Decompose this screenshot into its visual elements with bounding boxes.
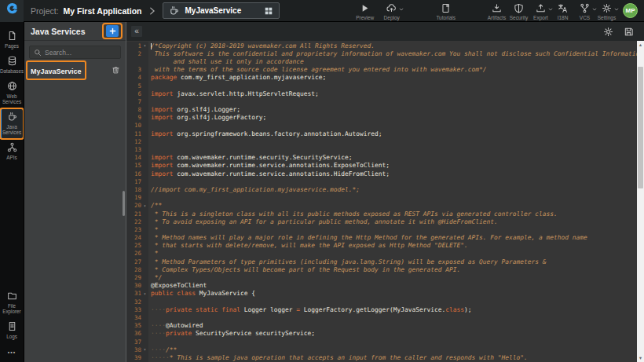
deploy-button[interactable]: Deploy <box>381 1 402 20</box>
avatar[interactable]: MP <box>623 3 638 18</box>
grid-icon[interactable] <box>264 6 273 16</box>
code-line[interactable]: 14import com.wavemaker.runtime.security.… <box>126 154 637 162</box>
code-line[interactable]: 26 * <box>126 250 637 258</box>
code-line[interactable]: 20▾/** <box>126 202 637 210</box>
list-item[interactable]: MyJavaService <box>24 62 126 78</box>
code-line[interactable]: 37 <box>126 338 637 346</box>
shield-icon <box>514 3 524 13</box>
code-line[interactable]: 29 */ <box>126 273 637 281</box>
code-area[interactable]: 1▾/*Copyright (c) 2018-2019 wavemaker.co… <box>126 41 637 362</box>
code-line[interactable]: 27 * Method Parameters of type primitive… <box>126 258 637 265</box>
editor-scrollbar[interactable]: ▲ ▼ <box>637 41 644 362</box>
sidebar-more-button[interactable]: ••• <box>0 343 24 362</box>
code-text: This software is the confidential and pr… <box>148 50 637 57</box>
translate-icon <box>558 3 568 13</box>
tutorials-button[interactable]: Tutorials <box>435 1 456 20</box>
code-line[interactable]: 1▾/*Copyright (c) 2018-2019 wavemaker.co… <box>126 42 637 49</box>
line-number: 20 <box>126 202 141 210</box>
scroll-down-icon[interactable]: ▼ <box>637 354 644 362</box>
project-name[interactable]: My First Application <box>64 6 142 16</box>
line-number: 35 <box>126 322 141 330</box>
code-line[interactable]: 13 <box>126 145 637 153</box>
code-line[interactable]: 6import javax.servlet.http.HttpServletRe… <box>126 90 637 97</box>
line-number: 18 <box>126 185 141 193</box>
tab-myjavaservice[interactable]: MyJavaService <box>163 2 280 19</box>
sidebar-item-logs[interactable]: Logs <box>0 318 24 343</box>
code-line[interactable]: 34 <box>126 313 637 321</box>
scroll-up-icon[interactable]: ▲ <box>637 41 644 49</box>
code-line[interactable]: 19 <box>126 194 637 202</box>
search-input[interactable] <box>45 49 116 57</box>
code-line[interactable]: 17 <box>126 177 637 185</box>
sidebar-item-web-services[interactable]: Web Services <box>0 78 24 108</box>
settings-button[interactable]: Settings <box>596 1 617 20</box>
fold-gutter <box>141 234 148 242</box>
scrollbar-thumb[interactable] <box>638 67 643 188</box>
artifacts-button[interactable]: Artifacts <box>486 1 507 20</box>
code-line[interactable]: 36····private SecurityService securitySe… <box>126 330 637 338</box>
code-line[interactable]: 24 * Method names will play a major role… <box>126 234 637 242</box>
code-line[interactable]: 2 This software is the confidential and … <box>126 49 637 57</box>
chevron-right-icon <box>148 6 156 16</box>
fold-gutter <box>141 250 148 258</box>
sidebar-item-pages[interactable]: Pages <box>0 27 24 53</box>
code-line[interactable]: 7 <box>126 97 637 105</box>
code-line[interactable]: 4package com.my_first_application.myjava… <box>126 74 637 82</box>
code-line[interactable]: 25 * that starts with delete/remove, wil… <box>126 242 637 250</box>
code-line[interactable]: 23 * <box>126 225 637 233</box>
sidebar-item-label: Web Services <box>0 93 24 104</box>
code-line[interactable]: 28 * Complex Types/Objects will become p… <box>126 265 637 273</box>
code-line[interactable]: 8import org.slf4j.Logger; <box>126 106 637 114</box>
vcs-button[interactable]: VCS <box>574 1 595 20</box>
fold-toggle-icon[interactable]: ▾ <box>141 346 148 353</box>
sidebar-item-databases[interactable]: Databases <box>0 53 24 78</box>
sidebar-item-java-services[interactable]: Java Services <box>0 108 24 139</box>
code-text: * that starts with delete/remove, will m… <box>148 242 468 249</box>
editor-settings-button[interactable] <box>603 27 613 37</box>
toolbar-right: ArtifactsSecurityExportI18NVCSSettings <box>486 1 617 20</box>
save-button[interactable] <box>624 27 634 37</box>
code-line[interactable]: 22 * To avoid exposing an API for a part… <box>126 218 637 225</box>
code-line[interactable]: 11import org.springframework.beans.facto… <box>126 130 637 137</box>
trash-icon[interactable] <box>112 65 120 75</box>
fold-gutter <box>141 265 148 273</box>
code-line[interactable]: 21 * This is a singleton class with all … <box>126 210 637 218</box>
collapse-panel-icon[interactable]: « <box>131 26 142 37</box>
code-text: ····private SecurityService securityServ… <box>148 330 315 337</box>
code-line[interactable]: 38▾····/** <box>126 346 637 353</box>
panel-scrollbar[interactable] <box>123 191 125 216</box>
fold-toggle-icon[interactable]: ▾ <box>141 202 148 210</box>
add-java-service-button[interactable] <box>106 25 119 37</box>
code-line[interactable]: 31▾public class MyJavaService { <box>126 290 637 298</box>
i18n-button[interactable]: I18N <box>552 1 573 20</box>
sidebar-item-apis[interactable]: APIs <box>0 139 24 164</box>
code-line[interactable]: 16import com.wavemaker.runtime.service.a… <box>126 170 637 177</box>
export-button[interactable]: Export <box>530 1 551 20</box>
code-line[interactable]: 33····private static final Logger logger… <box>126 305 637 313</box>
code-line[interactable]: 12 <box>126 137 637 145</box>
database-icon <box>7 56 17 67</box>
code-line[interactable]: 35····@Autowired <box>126 322 637 330</box>
code-line[interactable]: 3 with the terms of the source code lice… <box>126 66 637 74</box>
code-text: * This is a singleton class with all its… <box>148 210 558 218</box>
code-line[interactable]: 18//import com.my_first_application.myja… <box>126 185 637 193</box>
fold-gutter <box>141 97 148 105</box>
code-line[interactable]: 5 <box>126 82 637 90</box>
code-line[interactable]: 15import com.wavemaker.runtime.service.a… <box>126 162 637 170</box>
security-button[interactable]: Security <box>508 1 529 20</box>
code-line[interactable]: 32 <box>126 298 637 305</box>
wavemaker-logo[interactable] <box>0 0 24 22</box>
code-line[interactable]: 9import org.slf4j.LoggerFactory; <box>126 114 637 122</box>
line-number: 31 <box>126 290 141 298</box>
code-text: import javax.servlet.http.HttpServletReq… <box>148 90 319 97</box>
fold-toggle-icon[interactable]: ▾ <box>141 42 148 49</box>
sidebar-item-file-explorer[interactable]: File Explorer <box>0 287 24 318</box>
fold-toggle-icon[interactable]: ▾ <box>141 290 148 298</box>
code-text: * Method names will play a major role in… <box>148 234 587 241</box>
preview-button[interactable]: Preview <box>354 1 375 20</box>
code-line[interactable]: 30@ExposeToClient <box>126 282 637 290</box>
line-number: 29 <box>126 273 141 281</box>
code-line[interactable]: 10 <box>126 122 637 130</box>
code-line[interactable]: and shall use it only in accordance <box>126 57 637 65</box>
code-line[interactable]: 39·····* This is sample java operation t… <box>126 353 637 361</box>
